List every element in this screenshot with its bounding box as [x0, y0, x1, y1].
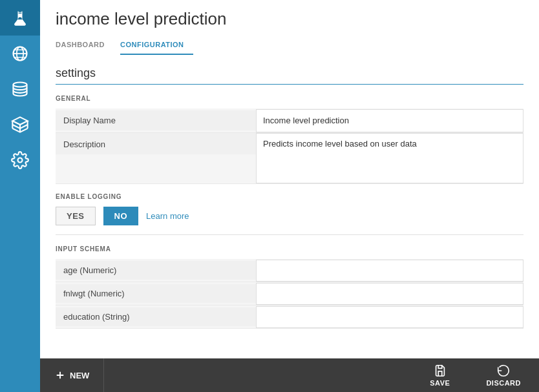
- toolbar: NEW SAVE DISCARD: [40, 358, 539, 392]
- save-icon: [433, 364, 447, 378]
- discard-button[interactable]: DISCARD: [468, 358, 539, 392]
- no-button[interactable]: NO: [103, 207, 139, 225]
- settings-sidebar-icon[interactable]: [0, 142, 40, 178]
- header: income level prediction DASHBOARD CONFIG…: [40, 0, 539, 55]
- schema-education-value: [256, 306, 523, 328]
- general-label: GENERAL: [56, 95, 523, 102]
- tab-dashboard[interactable]: DASHBOARD: [56, 37, 114, 55]
- main-panel: income level prediction DASHBOARD CONFIG…: [40, 0, 539, 392]
- learn-more-link[interactable]: Learn more: [146, 211, 189, 221]
- schema-row-education: education (String): [56, 305, 523, 329]
- schema-row-age: age (Numeric): [56, 259, 523, 282]
- section-divider: [56, 84, 523, 85]
- input-schema-section: INPUT SCHEMA age (Numeric) fnlwgt (Numer…: [56, 245, 523, 329]
- display-name-row: Display Name: [56, 108, 523, 133]
- display-name-input[interactable]: [256, 109, 523, 132]
- settings-title: settings: [56, 67, 523, 80]
- save-button[interactable]: SAVE: [412, 358, 468, 392]
- schema-fnlwgt-label: fnlwgt (Numeric): [56, 284, 256, 303]
- enable-logging-label: ENABLE LOGGING: [56, 193, 523, 200]
- page-title: income level prediction: [56, 9, 523, 29]
- description-input[interactable]: Predicts income level based on user data: [256, 133, 523, 183]
- input-schema-label: INPUT SCHEMA: [56, 245, 523, 253]
- save-label: SAVE: [430, 379, 450, 387]
- new-button[interactable]: NEW: [40, 358, 104, 392]
- logging-row: YES NO Learn more: [56, 207, 523, 225]
- schema-age-value: [256, 260, 523, 282]
- new-label: NEW: [70, 371, 89, 380]
- description-label: Description: [56, 133, 256, 154]
- description-row: Description Predicts income level based …: [56, 133, 523, 184]
- sidebar: [0, 0, 40, 392]
- tab-configuration[interactable]: CONFIGURATION: [120, 37, 193, 55]
- schema-row-fnlwgt: fnlwgt (Numeric): [56, 282, 523, 305]
- globe-icon[interactable]: [0, 36, 40, 71]
- discard-icon: [496, 364, 511, 378]
- schema-fnlwgt-value: [256, 283, 523, 305]
- svg-point-9: [18, 158, 23, 162]
- cube-icon[interactable]: [0, 107, 40, 142]
- yes-button[interactable]: YES: [56, 207, 96, 225]
- nav-tabs: DASHBOARD CONFIGURATION: [56, 37, 523, 55]
- discard-label: DISCARD: [486, 379, 521, 387]
- display-name-label: Display Name: [56, 110, 256, 130]
- plus-icon: [54, 369, 66, 381]
- database-icon[interactable]: [0, 71, 40, 107]
- svg-point-5: [14, 82, 27, 87]
- content-area: settings GENERAL Display Name Descriptio…: [40, 55, 539, 358]
- flask-icon[interactable]: [0, 0, 40, 36]
- enable-logging-section: ENABLE LOGGING YES NO Learn more: [56, 193, 523, 235]
- schema-age-label: age (Numeric): [56, 261, 256, 280]
- schema-education-label: education (String): [56, 307, 256, 326]
